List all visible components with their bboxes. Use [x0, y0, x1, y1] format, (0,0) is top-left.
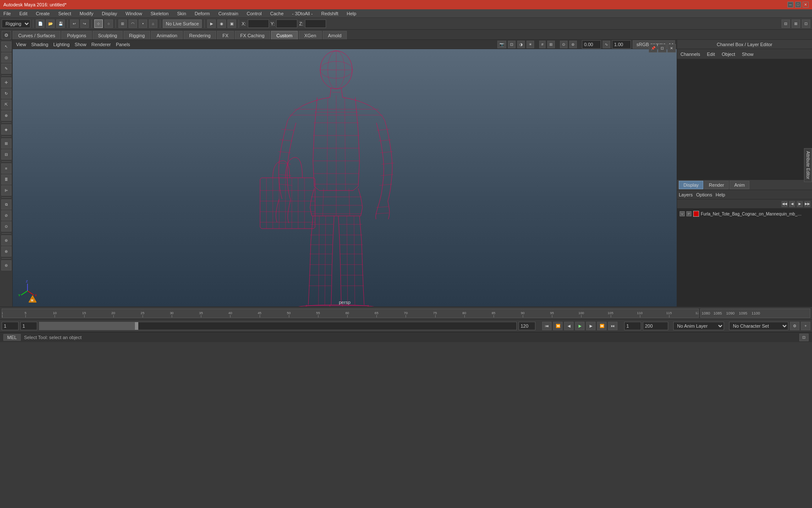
vt-panels[interactable]: Panels — [114, 41, 132, 48]
tool-group3-b[interactable]: ⊘ — [1, 210, 11, 221]
layer-nav-next[interactable]: ▶ — [797, 201, 803, 207]
pb-go-start[interactable]: ⏮ — [542, 322, 551, 330]
vt-show[interactable]: Show — [73, 41, 88, 48]
menu-select[interactable]: Select — [57, 11, 73, 16]
move-tool-lt[interactable]: ✛ — [1, 77, 11, 88]
tab-custom[interactable]: Custom — [271, 31, 298, 39]
pb-step-back[interactable]: ⏪ — [553, 322, 562, 330]
tab-icon-button[interactable]: ⚙ — [2, 31, 11, 39]
menu-window[interactable]: Window — [124, 11, 144, 16]
tool-group4-b[interactable]: ⊛ — [1, 246, 11, 257]
z-field[interactable] — [305, 19, 326, 28]
current-frame-field[interactable] — [20, 322, 37, 330]
layer-nav-prev[interactable]: ◀ — [789, 201, 795, 207]
tab-curves-surfaces[interactable]: Curves / Surfaces — [13, 31, 60, 39]
scale-tool-lt[interactable]: ⇱ — [1, 99, 11, 110]
tab-xgen[interactable]: XGen — [299, 31, 321, 39]
pb-prev-frame[interactable]: ◀ — [564, 322, 573, 330]
minimize-button[interactable]: ─ — [787, 2, 793, 8]
tab-polygons[interactable]: Polygons — [61, 31, 91, 39]
anim-layer-select[interactable]: No Anim Layer — [673, 322, 724, 330]
manip-tool-lt[interactable]: ⊕ — [1, 110, 11, 121]
snap-grid-button[interactable]: ⊞ — [118, 19, 127, 28]
tab-rigging[interactable]: Rigging — [123, 31, 150, 39]
tool-group2-b[interactable]: ≣ — [1, 174, 11, 185]
menu-skeleton[interactable]: Skeleton — [149, 11, 170, 16]
vt-lighting[interactable]: Lighting — [52, 41, 71, 48]
layer-menu-options[interactable]: Options — [696, 192, 712, 197]
start-frame-field[interactable] — [2, 322, 19, 330]
status-right-btn[interactable]: ⊡ — [799, 334, 809, 341]
workspace-layout2-button[interactable]: ⊠ — [792, 19, 800, 28]
menu-modify[interactable]: Modify — [78, 11, 95, 16]
tab-rendering[interactable]: Rendering — [184, 31, 216, 39]
pb-step-fwd[interactable]: ⏩ — [597, 322, 606, 330]
tool-group2-a[interactable]: ≡ — [1, 163, 11, 174]
vt-cam-btn[interactable]: 📷 — [497, 41, 506, 48]
ipr-render-button[interactable]: ◉ — [217, 19, 226, 28]
y-field[interactable] — [276, 19, 297, 28]
rp-close-button[interactable]: ✕ — [667, 44, 676, 52]
tab-sculpting[interactable]: Sculpting — [93, 31, 123, 39]
pb-go-end[interactable]: ⏭ — [608, 322, 617, 330]
tab-fx-caching[interactable]: FX Caching — [235, 31, 270, 39]
range-start-field[interactable] — [624, 322, 641, 330]
paint-sel-tool-lt[interactable]: ✎ — [1, 64, 11, 74]
vt-shade-btn[interactable]: ◑ — [517, 41, 525, 48]
lasso-select-button[interactable]: ○ — [104, 19, 113, 28]
snap-surface-button[interactable]: ⌂ — [149, 19, 157, 28]
viewport-canvas[interactable]: .wire { stroke: #cc1155; stroke-width: 1… — [13, 49, 677, 306]
tab-fx[interactable]: FX — [217, 31, 234, 39]
vt-grid-btn[interactable]: # — [539, 41, 546, 48]
cb-tab-channels[interactable]: Channels — [679, 51, 702, 58]
workspace-layout3-button[interactable]: ⊡ — [802, 19, 810, 28]
undo-button[interactable]: ↩ — [70, 19, 79, 28]
rp-pin-button[interactable]: 📌 — [649, 44, 657, 52]
vt-val2-field[interactable] — [612, 40, 631, 49]
lasso-tool-lt[interactable]: ◎ — [1, 52, 11, 63]
close-button[interactable]: ✕ — [803, 2, 809, 8]
menu-constrain[interactable]: Constrain — [217, 11, 240, 16]
menu-redshift[interactable]: Redshift — [319, 11, 340, 16]
disp-tab-render[interactable]: Render — [704, 181, 729, 189]
vt-val1-field[interactable] — [582, 40, 601, 49]
render-settings-button[interactable]: ▶ — [207, 19, 216, 28]
open-file-button[interactable]: 📂 — [46, 19, 55, 28]
vt-view[interactable]: View — [14, 41, 28, 48]
mode-select[interactable]: Rigging — [2, 19, 30, 28]
layer-item[interactable]: V P Furla_Net_Tote_Bag_Cognac_on_Mannequ… — [678, 210, 811, 218]
menu-skin[interactable]: Skin — [176, 11, 188, 16]
menu-control[interactable]: Control — [245, 11, 263, 16]
menu-file[interactable]: File — [2, 11, 13, 16]
end-frame-field[interactable] — [518, 322, 535, 330]
vt-shading[interactable]: Shading — [30, 41, 50, 48]
tab-animation[interactable]: Animation — [151, 31, 183, 39]
vt-xray-btn[interactable]: ⊚ — [569, 41, 577, 48]
menu-help[interactable]: Help — [345, 11, 358, 16]
character-set-select[interactable]: No Character Set — [729, 322, 788, 330]
tool-group1-b[interactable]: ⊟ — [1, 149, 11, 160]
tool-group3-a[interactable]: ⧉ — [1, 199, 11, 210]
rotate-tool-lt[interactable]: ↻ — [1, 88, 11, 99]
vt-light-btn[interactable]: ☀ — [527, 41, 534, 48]
cb-tab-edit[interactable]: Edit — [705, 51, 716, 58]
menu-cache[interactable]: Cache — [269, 11, 285, 16]
vt-iso-btn[interactable]: ⊙ — [560, 41, 568, 48]
x-field[interactable] — [248, 19, 269, 28]
layer-menu-layers[interactable]: Layers — [679, 192, 693, 197]
timeline-ruler[interactable]: 1510152025303540455055606570758085909510… — [2, 309, 699, 318]
range-end-field[interactable] — [643, 322, 668, 330]
tool-group2-c[interactable]: ⊫ — [1, 185, 11, 196]
render-region-button[interactable]: ▣ — [228, 19, 236, 28]
tab-arnold[interactable]: Arnold — [323, 31, 347, 39]
disp-tab-display[interactable]: Display — [679, 181, 703, 189]
tool-group4-a[interactable]: ⊚ — [1, 235, 11, 246]
vt-hud-btn[interactable]: ⊞ — [547, 41, 555, 48]
tool-group5-a[interactable]: ⊜ — [1, 260, 11, 271]
snap-point-button[interactable]: • — [139, 19, 147, 28]
layer-visibility[interactable]: V — [680, 211, 685, 216]
pb-play[interactable]: ▶ — [575, 322, 584, 330]
disp-tab-anim[interactable]: Anim — [730, 181, 749, 189]
attr-editor-tab[interactable]: Attribute Editor — [804, 148, 812, 182]
tool-group1-a[interactable]: ⊞ — [1, 138, 11, 149]
